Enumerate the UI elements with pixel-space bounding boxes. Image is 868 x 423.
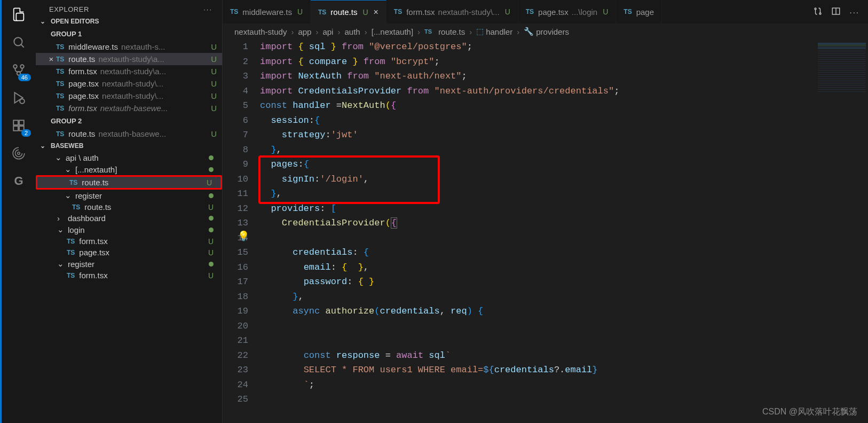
svg-point-2 — [13, 65, 17, 68]
breadcrumb[interactable]: nextauth-study› app› api› auth› [...next… — [223, 24, 868, 40]
explorer-title: EXPLORER — [49, 5, 89, 13]
svg-point-13 — [819, 13, 821, 14]
extensions-icon[interactable]: 2 — [10, 116, 28, 135]
open-editor-item[interactable]: TSroute.tsnextauth-basewe...U — [36, 128, 222, 140]
group-2-label: GROUP 2 — [36, 114, 222, 128]
svg-point-12 — [815, 8, 816, 10]
open-editor-item[interactable]: TSpage.tsxnextauth-study\...U — [36, 77, 222, 90]
code-content[interactable]: 💡 import { sql } from "@vercel/postgres"… — [260, 40, 868, 423]
tree-file[interactable]: TSpage.tsxU — [36, 247, 222, 258]
workspace-section[interactable]: ⌄ BASEWEB — [36, 140, 222, 152]
openai-icon[interactable] — [10, 144, 28, 162]
svg-rect-8 — [19, 120, 24, 125]
watermark: CSDN @风吹落叶花飘荡 — [762, 406, 857, 418]
tree-folder[interactable]: ⌄api \ auth — [36, 152, 222, 163]
svg-point-3 — [20, 65, 24, 68]
tab[interactable]: TSpage — [616, 0, 662, 24]
more-icon[interactable]: ··· — [203, 5, 212, 13]
scm-badge: 46 — [18, 74, 31, 81]
tree-folder[interactable]: ⌄[...nextauth] — [36, 163, 222, 175]
tree-file-route[interactable]: TSroute.tsU — [36, 175, 222, 190]
open-editor-item[interactable]: TSpage.tsxnextauth-study\...U — [36, 90, 222, 102]
open-editor-item[interactable]: TSmiddleware.tsnextauth-s...U — [36, 41, 222, 53]
editor-main: TSmiddleware.tsU TSroute.tsU× TSform.tsx… — [223, 0, 868, 423]
explorer-sidebar: EXPLORER ··· ⌄ OPEN EDITORS GROUP 1 TSmi… — [36, 0, 223, 423]
svg-marker-5 — [14, 92, 22, 103]
open-editor-item[interactable]: TSform.tsxnextauth-study\a...U — [36, 65, 222, 77]
open-editors-section[interactable]: ⌄ OPEN EDITORS — [36, 15, 222, 27]
tab-bar: TSmiddleware.tsU TSroute.tsU× TSform.tsx… — [223, 0, 868, 24]
lightbulb-icon[interactable]: 💡 — [238, 230, 249, 245]
open-editor-item[interactable]: ×TSroute.tsnextauth-study\a...U — [36, 53, 222, 65]
chevron-down-icon: ⌄ — [40, 142, 49, 150]
tree-file[interactable]: TSform.tsxU — [36, 236, 222, 247]
tree-folder[interactable]: ⌄login — [36, 224, 222, 236]
svg-rect-7 — [13, 120, 18, 125]
split-icon[interactable] — [831, 6, 841, 18]
ext-badge: 2 — [21, 129, 31, 137]
svg-rect-9 — [13, 126, 18, 131]
group-1-label: GROUP 1 — [36, 27, 222, 41]
explorer-icon[interactable] — [10, 5, 28, 24]
svg-point-0 — [14, 37, 22, 45]
svg-point-6 — [20, 99, 25, 104]
source-control-icon[interactable]: 46 — [10, 61, 28, 79]
debug-icon[interactable] — [10, 89, 28, 107]
chevron-down-icon: ⌄ — [40, 18, 49, 25]
tree-file[interactable]: TSform.tsxU — [36, 270, 222, 281]
close-icon[interactable]: × — [46, 54, 56, 64]
minimap[interactable] — [818, 43, 866, 93]
svg-point-11 — [18, 152, 20, 154]
tab[interactable]: TSmiddleware.tsU — [223, 0, 311, 24]
tab-active[interactable]: TSroute.tsU× — [311, 0, 386, 24]
g-icon[interactable]: G — [10, 172, 28, 190]
more-icon[interactable]: ··· — [849, 7, 859, 17]
tree-folder[interactable]: ›dashboard — [36, 213, 222, 224]
code-editor[interactable]: 1234567891011121314151617181920212223242… — [223, 40, 868, 423]
compare-icon[interactable] — [813, 6, 823, 18]
tab[interactable]: TSpage.tsx...\loginU — [518, 0, 617, 24]
tree-folder[interactable]: ⌄register — [36, 258, 222, 270]
tree-file[interactable]: TSroute.tsU — [36, 201, 222, 213]
close-icon[interactable]: × — [374, 7, 378, 17]
search-icon[interactable] — [10, 33, 28, 51]
tab[interactable]: TSform.tsxnextauth-study\...U — [386, 0, 518, 24]
activity-bar: 46 2 G — [0, 0, 36, 423]
svg-line-1 — [21, 44, 23, 47]
tree-folder[interactable]: ⌄register — [36, 190, 222, 201]
open-editor-item[interactable]: TSform.tsxnextauth-basewe...U — [36, 102, 222, 114]
